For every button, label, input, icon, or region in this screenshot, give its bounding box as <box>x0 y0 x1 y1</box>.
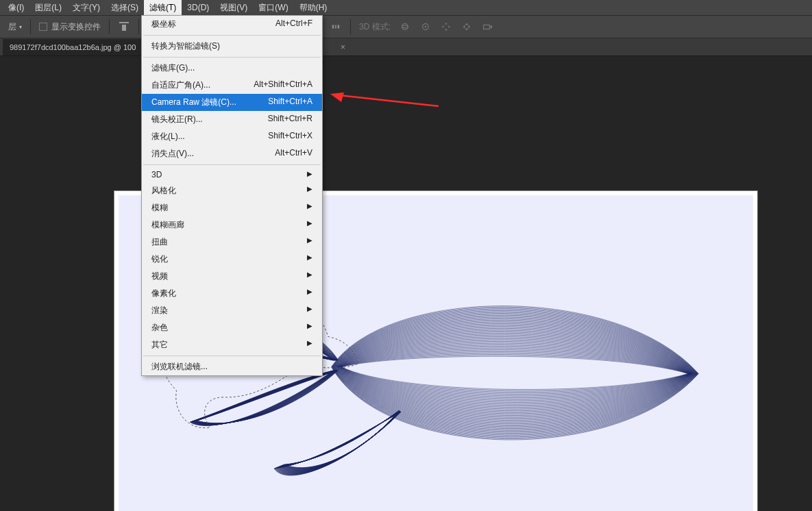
menu-item-label: 自适应广角(A)... <box>151 79 210 91</box>
menu-item-shortcut: Shift+Ctrl+X <box>268 131 312 142</box>
submenu-arrow-icon: ▶ <box>307 339 312 351</box>
svg-point-26 <box>425 26 427 28</box>
menubar: 像(I) 图层(L) 文字(Y) 选择(S) 滤镜(T) 3D(D) 视图(V)… <box>0 0 812 15</box>
menu-item-label: 锐化 <box>151 253 168 265</box>
menu-separator <box>143 57 321 58</box>
filter-menu-item[interactable]: 风格化▶ <box>142 182 322 199</box>
filter-menu-item[interactable]: 镜头校正(R)...Shift+Ctrl+R <box>142 111 322 128</box>
submenu-arrow-icon: ▶ <box>307 322 312 334</box>
filter-menu-item[interactable]: 转换为智能滤镜(S) <box>142 38 322 55</box>
mode-3d-label: 3D 模式: <box>355 21 395 33</box>
filter-menu-item[interactable]: 扭曲▶ <box>142 234 322 251</box>
roll-3d-button[interactable] <box>417 18 434 36</box>
svg-rect-20 <box>332 25 334 28</box>
menu-text[interactable]: 文字(Y) <box>67 0 106 16</box>
svg-point-24 <box>402 25 408 28</box>
zoom-3d-button[interactable] <box>478 18 496 36</box>
submenu-arrow-icon: ▶ <box>307 185 312 197</box>
filter-menu-item[interactable]: 模糊画廊▶ <box>142 216 322 234</box>
menu-item-shortcut: Shift+Ctrl+A <box>268 97 312 108</box>
submenu-arrow-icon: ▶ <box>307 202 312 214</box>
menu-separator <box>143 164 321 165</box>
filter-menu-item[interactable]: 浏览联机滤镜... <box>142 358 322 375</box>
filter-menu-item[interactable]: 自适应广角(A)...Alt+Shift+Ctrl+A <box>142 77 322 94</box>
menu-item-label: 模糊画廊 <box>151 219 184 231</box>
menu-help[interactable]: 帮助(H) <box>294 0 333 16</box>
menu-item-label: 滤镜库(G)... <box>151 62 195 74</box>
menu-item-label: 扭曲 <box>151 236 168 248</box>
separator <box>30 19 31 34</box>
filter-menu-item[interactable]: 模糊▶ <box>142 199 322 216</box>
menu-item-label: 渲染 <box>151 305 168 316</box>
svg-rect-27 <box>484 25 490 29</box>
close-tab-icon[interactable]: × <box>341 42 345 52</box>
svg-rect-21 <box>338 25 340 28</box>
menu-item-label: 浏览联机滤镜... <box>151 361 208 373</box>
checkbox-icon <box>39 23 47 31</box>
document-tabbar: 989172f7dcd100baa12b6a.jpg @ 100 × <box>0 38 812 56</box>
filter-menu-item[interactable]: 渲染▶ <box>142 302 322 319</box>
svg-line-28 <box>339 95 439 106</box>
distribute-spacing-button[interactable] <box>327 18 345 36</box>
menu-select[interactable]: 选择(S) <box>106 0 144 16</box>
filter-menu-item[interactable]: 杂色▶ <box>142 319 322 336</box>
menu-view[interactable]: 视图(V) <box>214 0 253 16</box>
submenu-arrow-icon: ▶ <box>307 170 312 179</box>
layer-label: 层 <box>8 21 16 33</box>
pan-3d-button[interactable] <box>437 18 455 36</box>
transform-controls-label: 显示变换控件 <box>51 21 101 33</box>
menu-item-label: 转换为智能滤镜(S) <box>151 40 220 52</box>
menu-item-label: 镜头校正(R)... <box>151 114 203 125</box>
menu-image[interactable]: 像(I) <box>3 0 29 16</box>
menu-item-label: 视频 <box>151 271 168 282</box>
transform-controls-toggle[interactable]: 显示变换控件 <box>35 21 105 33</box>
separator <box>109 19 110 34</box>
orbit-3d-button[interactable] <box>396 18 414 36</box>
layer-dropdown[interactable]: 层 ▾ <box>4 21 26 33</box>
slide-3d-button[interactable] <box>458 18 476 36</box>
menu-item-label: 模糊 <box>151 202 168 214</box>
menu-item-label: 消失点(V)... <box>151 148 194 160</box>
separator <box>350 19 351 34</box>
menu-window[interactable]: 窗口(W) <box>253 0 293 16</box>
document-tab[interactable]: 989172f7dcd100baa12b6a.jpg @ 100 <box>3 39 143 55</box>
filter-menu-item[interactable]: 消失点(V)...Alt+Ctrl+V <box>142 145 322 162</box>
filter-menu-item[interactable]: 像素化▶ <box>142 285 322 302</box>
filter-menu-item[interactable]: 锐化▶ <box>142 251 322 268</box>
submenu-arrow-icon: ▶ <box>307 288 312 299</box>
filter-menu-item[interactable]: 液化(L)...Shift+Ctrl+X <box>142 128 322 145</box>
svg-rect-22 <box>335 25 336 28</box>
filter-menu-item[interactable]: 3D▶ <box>142 167 322 182</box>
annotation-arrow <box>329 92 445 120</box>
menu-item-label: Camera Raw 滤镜(C)... <box>151 97 236 108</box>
align-top-button[interactable] <box>115 18 133 36</box>
filter-menu-item[interactable]: 滤镜库(G)... <box>142 60 322 77</box>
menu-item-shortcut: Alt+Ctrl+V <box>275 148 312 160</box>
submenu-arrow-icon: ▶ <box>307 253 312 265</box>
filter-menu-item[interactable]: 视频▶ <box>142 268 322 285</box>
menu-separator <box>143 35 321 36</box>
menu-item-label: 液化(L)... <box>151 131 185 142</box>
menu-item-label: 其它 <box>151 339 168 351</box>
separator <box>138 19 139 34</box>
svg-point-23 <box>402 24 408 30</box>
menu-item-label: 风格化 <box>151 185 176 197</box>
submenu-arrow-icon: ▶ <box>307 305 312 316</box>
menu-separator <box>143 356 321 356</box>
menu-layer[interactable]: 图层(L) <box>29 0 67 16</box>
filter-menu-item[interactable]: Camera Raw 滤镜(C)...Shift+Ctrl+A <box>142 94 322 111</box>
filter-menu-item[interactable]: 极坐标Alt+Ctrl+F <box>142 16 322 33</box>
document-tab-label: 989172f7dcd100baa12b6a.jpg @ 100 <box>10 43 136 51</box>
svg-rect-1 <box>122 25 126 31</box>
menu-item-shortcut: Alt+Shift+Ctrl+A <box>254 79 312 91</box>
submenu-arrow-icon: ▶ <box>307 271 312 282</box>
workspace <box>0 56 812 511</box>
filter-menu: 极坐标Alt+Ctrl+F转换为智能滤镜(S)滤镜库(G)...自适应广角(A)… <box>141 15 323 376</box>
menu-3d[interactable]: 3D(D) <box>182 1 214 14</box>
filter-menu-item[interactable]: 其它▶ <box>142 336 322 353</box>
svg-rect-0 <box>119 22 129 23</box>
menu-item-label: 3D <box>151 170 162 179</box>
menu-filter[interactable]: 滤镜(T) <box>144 0 182 16</box>
menu-item-label: 像素化 <box>151 288 176 299</box>
options-toolbar: 层 ▾ 显示变换控件 3D 模式: <box>0 15 812 38</box>
